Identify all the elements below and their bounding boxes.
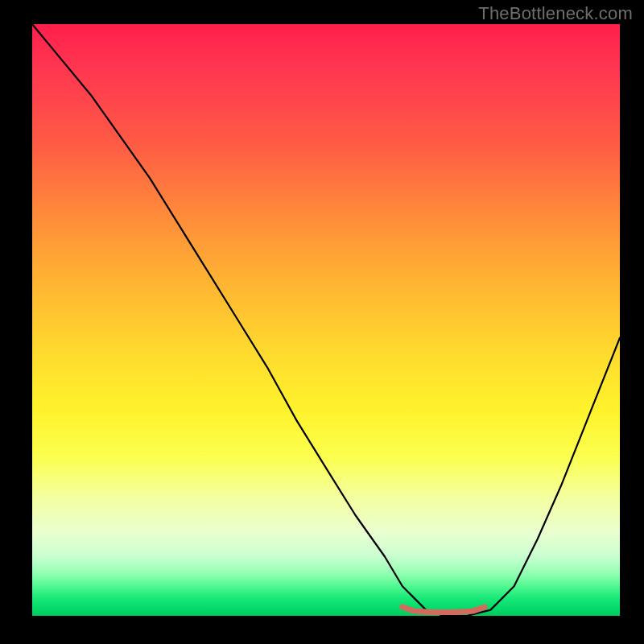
chart-frame: TheBottleneck.com <box>0 0 644 644</box>
main-curve <box>32 24 620 616</box>
plot-svg <box>32 24 620 616</box>
bottom-marker <box>402 607 485 613</box>
watermark-text: TheBottleneck.com <box>478 3 633 24</box>
plot-area <box>32 24 620 616</box>
